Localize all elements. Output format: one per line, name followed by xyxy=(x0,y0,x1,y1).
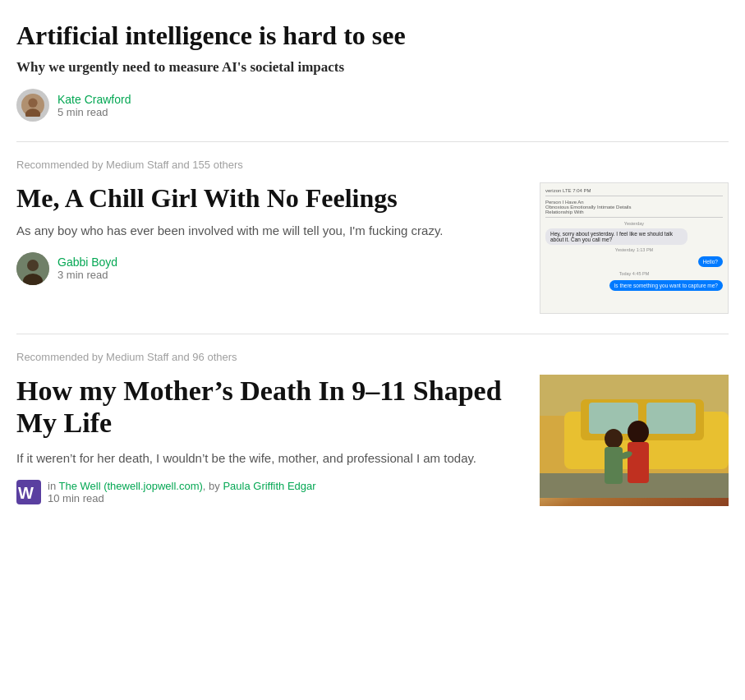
article-item-1: Artificial intelligence is hard to see W… xyxy=(16,20,729,142)
article-content-3: How my Mother’s Death In 9–11 Shaped My … xyxy=(16,375,523,504)
photo-svg xyxy=(540,375,729,498)
phone-msg-3: Is there something you want to capture m… xyxy=(609,280,723,291)
publication-name[interactable]: The Well (thewell.jopwell.com) xyxy=(59,480,203,492)
article-with-image-2: Me, A Chill Girl With No Feelings As any… xyxy=(16,182,729,314)
svg-rect-13 xyxy=(646,403,696,434)
svg-point-17 xyxy=(628,421,649,444)
article-content-2: Me, A Chill Girl With No Feelings As any… xyxy=(16,182,523,284)
recommendation-label-2: Recommended by Medium Staff and 155 othe… xyxy=(16,159,729,171)
phone-divider xyxy=(545,217,723,218)
avatar-kate xyxy=(16,89,49,122)
article-title-2[interactable]: Me, A Chill Girl With No Feelings xyxy=(16,182,523,214)
by-label: , by xyxy=(203,480,223,492)
phone-ts-1: Yesterday xyxy=(545,221,723,226)
article-title-1[interactable]: Artificial intelligence is hard to see xyxy=(16,20,729,51)
author-row-2: Gabbi Boyd 3 min read xyxy=(16,252,523,285)
phone-ts-2: Yesterday 1:13 PM xyxy=(545,247,723,252)
avatar-image-kate xyxy=(21,94,44,117)
read-time-3: 10 min read xyxy=(48,492,316,504)
author-info-1: Kate Crawford 5 min read xyxy=(57,93,131,118)
article-body-3: If it weren’t for her death, I wouldn’t … xyxy=(16,449,523,468)
in-label: in xyxy=(48,480,59,492)
phone-contact: Person I Have AnObnoxious Emotionally In… xyxy=(545,200,723,214)
author-row-1: Kate Crawford 5 min read xyxy=(16,89,729,122)
article-subtitle-1: Why we urgently need to measure AI's soc… xyxy=(16,58,729,77)
article-image-3 xyxy=(540,375,729,506)
svg-point-1 xyxy=(28,99,37,108)
article-title-3[interactable]: How my Mother’s Death In 9–11 Shaped My … xyxy=(16,375,523,439)
read-time-2: 3 min read xyxy=(57,269,117,281)
phone-msg-right-wrapper: Hello? xyxy=(545,254,723,269)
phone-ts-3: Today 4:45 PM xyxy=(545,271,723,276)
article-body-2: As any boy who has ever been involved wi… xyxy=(16,221,523,241)
read-time-1: 5 min read xyxy=(57,106,131,118)
phone-msg-1: Hey, sorry about yesterday. I feel like … xyxy=(545,228,688,245)
article-item-2: Recommended by Medium Staff and 155 othe… xyxy=(16,159,729,334)
article-with-image-3: How my Mother’s Death In 9–11 Shaped My … xyxy=(16,375,729,506)
recommendation-label-3: Recommended by Medium Staff and 96 other… xyxy=(16,351,729,363)
author-name-2[interactable]: Gabbi Boyd xyxy=(57,256,117,269)
publication-info: in The Well (thewell.jopwell.com), by Pa… xyxy=(48,480,316,504)
svg-point-4 xyxy=(27,260,39,271)
photo-mothers-death xyxy=(540,375,729,506)
article-author-3[interactable]: Paula Griffith Edgar xyxy=(223,480,315,492)
jopwell-logo: W xyxy=(16,480,41,504)
jopwell-icon: W xyxy=(16,480,41,504)
avatar-image-gabbi xyxy=(16,252,49,285)
article-image-2: verizon LTE 7:04 PM Person I Have AnObno… xyxy=(540,182,729,314)
article-item-3: Recommended by Medium Staff and 96 other… xyxy=(16,351,729,506)
author-info-2: Gabbi Boyd 3 min read xyxy=(57,256,117,281)
svg-text:W: W xyxy=(18,484,34,502)
phone-screenshot: verizon LTE 7:04 PM Person I Have AnObno… xyxy=(540,182,729,314)
author-name-1[interactable]: Kate Crawford xyxy=(57,93,131,106)
phone-msg-right-wrapper-2: Is there something you want to capture m… xyxy=(545,278,723,293)
phone-header: verizon LTE 7:04 PM xyxy=(545,188,723,196)
phone-msg-2: Hello? xyxy=(698,256,723,267)
avatar-gabbi xyxy=(16,252,49,285)
publication-row: W in The Well (thewell.jopwell.com), by … xyxy=(16,480,523,504)
svg-rect-16 xyxy=(605,447,623,484)
svg-point-15 xyxy=(605,429,623,449)
